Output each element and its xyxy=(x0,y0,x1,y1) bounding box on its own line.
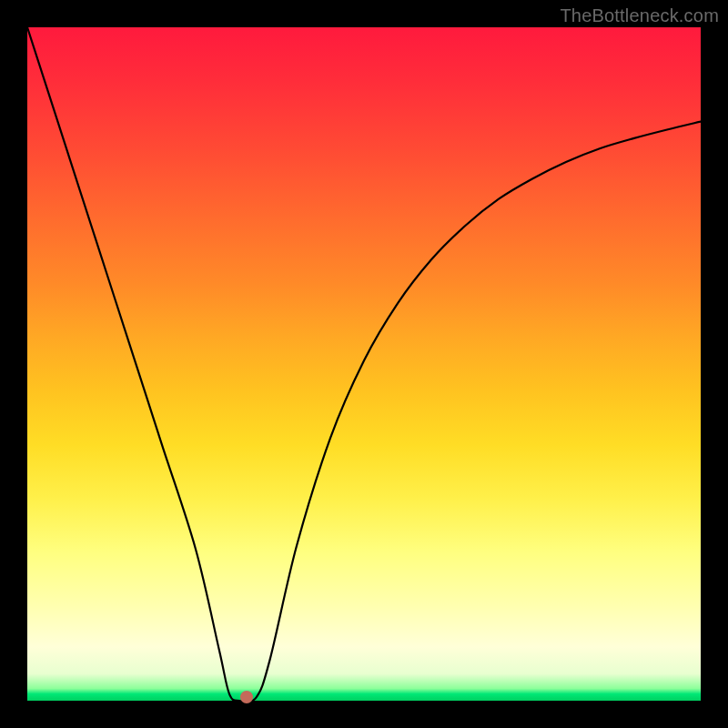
curve-svg xyxy=(27,27,701,701)
chart-frame: TheBottleneck.com xyxy=(0,0,728,728)
plot-area xyxy=(27,27,701,701)
watermark-text: TheBottleneck.com xyxy=(560,5,719,26)
bottleneck-curve xyxy=(27,27,701,701)
optimum-marker xyxy=(240,691,253,703)
